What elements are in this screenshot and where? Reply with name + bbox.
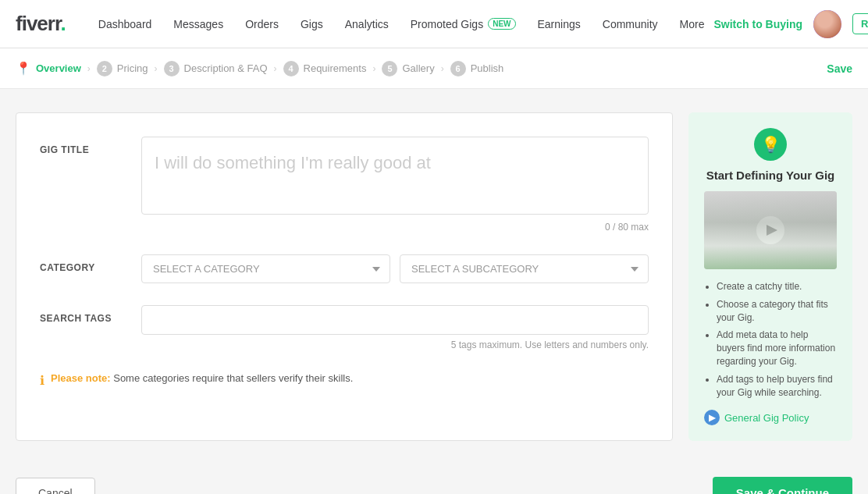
help-points: Create a catchy title. Choose a category… (704, 280, 837, 399)
nav-item-analytics[interactable]: Analytics (336, 12, 398, 37)
video-bg (704, 191, 837, 269)
policy-label: General Gig Policy (724, 412, 809, 424)
nav-item-gigs[interactable]: Gigs (291, 12, 333, 37)
step-circle-6: 6 (450, 61, 466, 76)
gig-title-input[interactable] (141, 137, 649, 215)
notice-detail: Some categories require that sellers ver… (111, 372, 354, 384)
tags-hint: 5 tags maximum. Use letters and numbers … (141, 339, 649, 350)
step-circle-3: 3 (164, 61, 180, 76)
logo[interactable]: fiverr. (16, 12, 66, 36)
step-arrow-3: › (274, 63, 277, 74)
char-count: 0 / 80 max (141, 222, 649, 233)
subcategory-select[interactable]: SELECT A SUBCATEGORY (400, 254, 649, 283)
logo-dot: . (61, 12, 66, 35)
nav-item-promoted-gigs[interactable]: Promoted Gigs NEW (401, 12, 525, 37)
balance-badge[interactable]: Rs7,293.32 (852, 13, 868, 34)
cancel-button[interactable]: Cancel (16, 478, 95, 494)
category-row: CATEGORY SELECT A CATEGORY SELECT A SUBC… (40, 254, 649, 283)
step-gallery-label: Gallery (402, 62, 434, 74)
gig-title-row: GIG TITLE 0 / 80 max (40, 137, 649, 233)
notice-bold: Please note: (51, 372, 111, 384)
main-content: GIG TITLE 0 / 80 max CATEGORY SELECT A C… (0, 89, 868, 464)
step-publish[interactable]: 6 Publish (450, 61, 504, 76)
avatar[interactable] (813, 10, 841, 38)
nav-item-earnings[interactable]: Earnings (528, 12, 590, 37)
step-gallery[interactable]: 5 Gallery (382, 61, 434, 76)
step-publish-label: Publish (471, 62, 504, 74)
search-tags-field: 5 tags maximum. Use letters and numbers … (141, 305, 649, 350)
step-description-label: Description & FAQ (184, 62, 268, 74)
help-card: 💡 Start Defining Your Gig Create a catch… (688, 112, 852, 441)
help-point-3: Add meta data to help buyers find more i… (717, 329, 837, 368)
help-icon-circle: 💡 (754, 128, 787, 161)
video-thumbnail[interactable] (704, 191, 837, 269)
gig-title-field: 0 / 80 max (141, 137, 649, 233)
form-card: GIG TITLE 0 / 80 max CATEGORY SELECT A C… (16, 112, 673, 441)
step-circle-5: 5 (382, 61, 397, 76)
step-pricing[interactable]: 2 Pricing (97, 61, 148, 76)
help-point-4: Add tags to help buyers find your Gig wh… (717, 373, 837, 400)
step-requirements-label: Requirements (304, 62, 367, 74)
breadcrumb-save-button[interactable]: Save (827, 62, 852, 75)
step-circle-2: 2 (97, 61, 112, 76)
app-header: fiverr. Dashboard Messages Orders Gigs A… (0, 0, 868, 48)
step-requirements[interactable]: 4 Requirements (283, 61, 367, 76)
switch-buying-button[interactable]: Switch to Buying (713, 18, 802, 30)
new-badge: NEW (488, 18, 515, 30)
bottom-actions: Cancel Save & Continue (0, 464, 868, 494)
notice-text: Please note: Some categories require tha… (51, 372, 353, 384)
help-point-2: Choose a category that fits your Gig. (717, 298, 837, 325)
category-label: CATEGORY (40, 254, 141, 283)
policy-link[interactable]: ▶ General Gig Policy (704, 410, 837, 425)
notice: ℹ Please note: Some categories require t… (40, 372, 649, 396)
breadcrumb-steps: 📍 Overview › 2 Pricing › 3 Description &… (16, 61, 827, 76)
step-pricing-label: Pricing (117, 62, 148, 74)
save-continue-button[interactable]: Save & Continue (713, 477, 852, 494)
step-arrow-5: › (441, 63, 444, 74)
nav-item-community[interactable]: Community (593, 12, 667, 37)
step-arrow-2: › (155, 63, 158, 74)
step-overview[interactable]: 📍 Overview (16, 61, 81, 76)
search-tags-row: SEARCH TAGS 5 tags maximum. Use letters … (40, 305, 649, 350)
category-field: SELECT A CATEGORY SELECT A SUBCATEGORY (141, 254, 649, 283)
category-selects: SELECT A CATEGORY SELECT A SUBCATEGORY (141, 254, 649, 283)
breadcrumb: 📍 Overview › 2 Pricing › 3 Description &… (0, 48, 868, 89)
nav-item-dashboard[interactable]: Dashboard (89, 12, 162, 37)
main-nav: Dashboard Messages Orders Gigs Analytics… (89, 12, 714, 37)
policy-icon: ▶ (704, 410, 720, 425)
help-icon-top: 💡 (704, 128, 837, 161)
lightbulb-icon: 💡 (761, 135, 781, 154)
nav-item-messages[interactable]: Messages (164, 12, 233, 37)
side-panel: 💡 Start Defining Your Gig Create a catch… (688, 112, 852, 441)
category-select[interactable]: SELECT A CATEGORY (141, 254, 390, 283)
nav-item-more[interactable]: More (671, 12, 714, 37)
search-tags-label: SEARCH TAGS (40, 305, 141, 350)
nav-item-orders[interactable]: Orders (236, 12, 288, 37)
logo-text: fiverr (16, 12, 61, 35)
notice-icon: ℹ (40, 373, 44, 388)
step-description[interactable]: 3 Description & FAQ (164, 61, 268, 76)
header-right: Switch to Buying Rs7,293.32 (713, 10, 868, 38)
step-arrow-1: › (87, 63, 91, 74)
search-tags-input[interactable] (141, 305, 649, 335)
location-icon: 📍 (16, 61, 31, 76)
avatar-image (813, 10, 841, 38)
gig-title-label: GIG TITLE (40, 137, 141, 233)
help-point-1: Create a catchy title. (717, 280, 837, 293)
step-arrow-4: › (372, 63, 375, 74)
step-circle-4: 4 (283, 61, 299, 76)
help-title: Start Defining Your Gig (704, 169, 837, 182)
step-overview-label: Overview (36, 62, 81, 74)
